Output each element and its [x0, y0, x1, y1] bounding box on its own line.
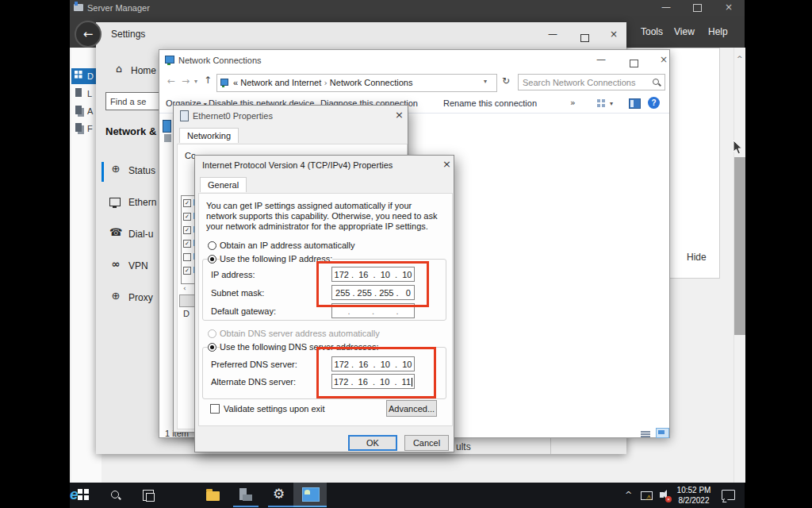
default-gateway-label: Default gateway: [211, 306, 276, 316]
scroll-up-icon[interactable]: ^ [737, 56, 743, 63]
tab-general[interactable]: General [200, 177, 247, 192]
view-tiles-icon[interactable] [597, 99, 606, 108]
network-connections-title: Network Connections [178, 56, 262, 65]
clock-time: 10:52 PM [677, 486, 711, 495]
server-icon [75, 88, 82, 97]
breadcrumb-separator-icon: › [324, 78, 327, 88]
file-explorer-icon[interactable] [206, 491, 220, 501]
view-dropdown-icon[interactable]: ▾ [610, 101, 613, 107]
breadcrumb-network-connections[interactable]: Network Connections [330, 78, 413, 87]
server-manager-titlebar: Server Manager — × [70, 0, 745, 16]
network-connections-taskbar-icon[interactable] [293, 483, 327, 506]
menu-tools[interactable]: Tools [641, 26, 663, 37]
server-manager-icon [74, 4, 83, 11]
address-dropdown-icon[interactable]: ▾ [484, 79, 487, 85]
radio-obtain-ip[interactable] [208, 241, 216, 250]
menu-help[interactable]: Help [708, 26, 728, 37]
back-button[interactable]: ← [75, 21, 102, 48]
rename-connection-button[interactable]: Rename this connection [443, 98, 537, 108]
minimize-icon[interactable]: — [661, 2, 671, 12]
task-view-icon[interactable] [143, 490, 154, 501]
radio-use-dns[interactable] [208, 343, 216, 352]
refresh-icon[interactable]: ↻ [502, 76, 510, 86]
back-icon[interactable]: ← [167, 76, 175, 86]
history-dropdown-icon[interactable]: ▾ [194, 79, 197, 85]
taskbar: e ⚙ ^ ⚠ × 10:52 PM 8/2/2022 [70, 483, 745, 508]
app-open-indicator [233, 506, 259, 507]
preview-pane-icon[interactable] [629, 98, 641, 109]
server-manager-title: Server Manager [87, 3, 150, 13]
hide-button[interactable]: Hide [687, 252, 707, 263]
ethernet-dialog-title: Ethernet0 Properties [193, 111, 273, 121]
tray-volume-icon[interactable] [660, 492, 664, 498]
scroll-left-icon[interactable]: ‹ [183, 285, 186, 292]
validate-checkbox[interactable] [210, 404, 220, 414]
breadcrumb-network-and-internet[interactable]: Network and Internet [240, 78, 321, 87]
validate-checkbox-label[interactable]: Validate settings upon exit [224, 404, 325, 414]
dashboard-icon [75, 71, 78, 74]
breadcrumb: « Network and Internet › Network Connect… [233, 78, 412, 87]
ip-address-label: IP address: [211, 270, 255, 279]
minimize-icon[interactable]: — [596, 55, 606, 64]
details-view-icon[interactable] [641, 430, 650, 437]
close-icon[interactable]: × [725, 2, 733, 12]
network-warning-icon: ⚠ [645, 495, 652, 502]
radio-obtain-ip-label[interactable]: Obtain an IP address automatically [220, 241, 354, 250]
vpn-icon: ∞ [109, 259, 123, 269]
ok-button[interactable]: OK [348, 435, 397, 451]
help-icon[interactable]: ? [648, 97, 660, 109]
file-storage-icon [75, 123, 82, 132]
maximize-icon[interactable] [580, 31, 589, 45]
taskbar-search-icon[interactable] [111, 491, 119, 498]
search-icon[interactable] [653, 79, 659, 85]
description-label: D [183, 309, 190, 318]
up-icon[interactable]: ↑ [204, 75, 212, 85]
minimize-icon[interactable]: — [548, 29, 557, 39]
radio-use-ip[interactable] [208, 255, 216, 264]
taskbar-clock[interactable]: 10:52 PM 8/2/2022 [671, 485, 717, 506]
maximize-icon[interactable] [630, 56, 638, 71]
app-open-indicator [268, 506, 293, 507]
close-icon[interactable]: × [660, 55, 668, 64]
mouse-cursor [733, 140, 744, 156]
advanced-button[interactable]: Advanced... [386, 400, 437, 417]
tray-expand-icon[interactable]: ^ [625, 491, 632, 499]
scrollbar-thumb[interactable] [734, 157, 745, 335]
highlight-box-dns [316, 347, 436, 398]
close-icon[interactable]: × [610, 29, 618, 39]
settings-section-heading: Network & [105, 125, 156, 137]
ethernet-icon [109, 198, 121, 206]
forward-icon[interactable]: → [182, 76, 190, 86]
action-center-icon[interactable] [722, 490, 735, 500]
large-icons-view-icon[interactable] [656, 428, 669, 438]
active-app-indicator [293, 506, 327, 507]
toolbar-overflow-icon[interactable]: » [570, 98, 576, 107]
internet-explorer-icon[interactable]: e [70, 486, 79, 503]
network-connections-icon [165, 56, 174, 64]
preferred-dns-label: Preferred DNS server: [211, 360, 297, 369]
breadcrumb-chevrons: « [233, 78, 238, 87]
ipv4-properties-dialog: Internet Protocol Version 4 (TCP/IPv4) P… [194, 155, 454, 452]
settings-nav-home[interactable]: Home [131, 65, 156, 76]
clock-date: 8/2/2022 [679, 496, 710, 505]
scrollbar[interactable]: ^ [733, 48, 745, 483]
screen: Server Manager — × Tools View Help D L A [0, 0, 812, 508]
subnet-mask-label: Subnet mask: [211, 288, 264, 298]
dialup-icon: ☎ [109, 227, 123, 237]
ethernet-adapter-icon[interactable] [163, 120, 171, 147]
server-manager-taskbar-icon[interactable] [239, 488, 247, 500]
close-icon[interactable]: × [442, 159, 451, 169]
tab-networking[interactable]: Networking [179, 128, 239, 143]
settings-taskbar-icon[interactable]: ⚙ [273, 487, 285, 501]
maximize-icon[interactable] [693, 4, 702, 13]
address-box[interactable]: « Network and Internet › Network Connect… [216, 74, 497, 92]
search-input[interactable] [518, 74, 665, 90]
highlight-box-ip [316, 261, 429, 307]
menu-view[interactable]: View [674, 26, 695, 37]
radio-use-ip-label[interactable]: Use the following IP address: [220, 254, 332, 264]
background-text-fragment: ults [456, 441, 471, 452]
status-icon: ⊕ [109, 164, 123, 174]
cancel-button[interactable]: Cancel [404, 435, 449, 451]
close-icon[interactable]: × [395, 110, 404, 120]
radio-obtain-dns [208, 329, 216, 338]
